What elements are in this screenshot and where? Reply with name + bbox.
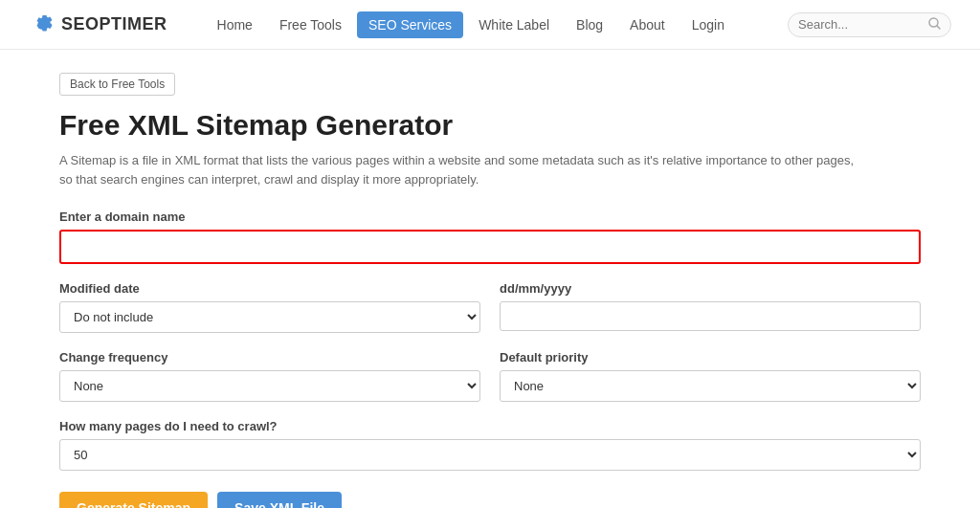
nav-seo-services[interactable]: SEO Services xyxy=(357,11,463,38)
default-priority-select[interactable]: None 0.1 0.5 1.0 xyxy=(500,370,921,402)
change-freq-label: Change frequency xyxy=(59,350,480,364)
nav-links: Home Free Tools SEO Services White Label… xyxy=(206,11,788,38)
search-box xyxy=(788,12,951,37)
domain-input[interactable] xyxy=(59,230,921,264)
brand-icon xyxy=(29,11,56,38)
nav-about[interactable]: About xyxy=(618,11,677,38)
pages-label: How many pages do I need to crawl? xyxy=(59,419,921,433)
date-picker-col: dd/mm/yyyy xyxy=(500,281,921,333)
date-input[interactable] xyxy=(500,301,921,331)
default-priority-label: Default priority xyxy=(500,350,921,364)
main-content: Back to Free Tools Free XML Sitemap Gene… xyxy=(31,50,949,508)
change-freq-select[interactable]: None Always Hourly Daily Weekly Monthly … xyxy=(59,370,480,402)
generate-sitemap-button[interactable]: Generate Sitemap xyxy=(59,492,208,508)
nav-login[interactable]: Login xyxy=(680,11,736,38)
default-priority-col: Default priority None 0.1 0.5 1.0 xyxy=(500,350,921,402)
domain-label: Enter a domain name xyxy=(59,210,921,224)
domain-section: Enter a domain name xyxy=(59,210,921,264)
page-description: A Sitemap is a file in XML format that l… xyxy=(59,151,863,188)
nav-white-label[interactable]: White Label xyxy=(467,11,561,38)
back-to-free-tools-button[interactable]: Back to Free Tools xyxy=(59,73,175,96)
search-input[interactable] xyxy=(798,17,923,32)
date-placeholder-label: dd/mm/yyyy xyxy=(500,281,921,296)
freq-priority-row: Change frequency None Always Hourly Dail… xyxy=(59,350,921,402)
brand-logo[interactable]: SEOPTIMER xyxy=(29,11,167,38)
navbar: SEOPTIMER Home Free Tools SEO Services W… xyxy=(0,0,980,50)
pages-row: How many pages do I need to crawl? 50 10… xyxy=(59,419,921,471)
nav-free-tools[interactable]: Free Tools xyxy=(268,11,353,38)
page-title: Free XML Sitemap Generator xyxy=(59,109,921,142)
modified-date-select[interactable]: Do not include Today Custom xyxy=(59,301,480,333)
pages-select[interactable]: 50 100 200 500 xyxy=(59,439,921,471)
modified-date-row: Modified date Do not include Today Custo… xyxy=(59,281,921,333)
save-xml-button[interactable]: Save XML File xyxy=(217,492,342,508)
svg-line-1 xyxy=(937,25,940,28)
nav-blog[interactable]: Blog xyxy=(565,11,614,38)
modified-date-label: Modified date xyxy=(59,281,480,296)
nav-home[interactable]: Home xyxy=(206,11,264,38)
brand-name: SEOPTIMER xyxy=(61,14,167,34)
action-buttons: Generate Sitemap Save XML File xyxy=(59,492,921,508)
search-icon xyxy=(928,17,941,33)
change-freq-col: Change frequency None Always Hourly Dail… xyxy=(59,350,480,402)
modified-date-col: Modified date Do not include Today Custo… xyxy=(59,281,480,333)
